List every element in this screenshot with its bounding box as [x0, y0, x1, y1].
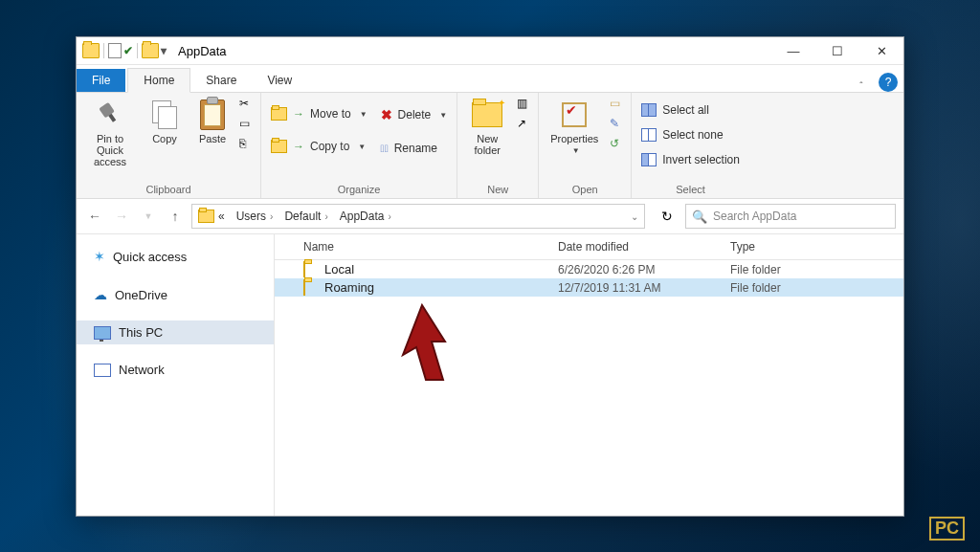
breadcrumb-appdata[interactable]: AppData›: [334, 205, 397, 228]
sidebar-quick-access[interactable]: ✶Quick access: [77, 244, 274, 269]
open-icon[interactable]: ▭: [610, 97, 625, 112]
folder-icon: [303, 279, 305, 296]
folder-icon: [271, 107, 287, 121]
delete-button[interactable]: ✖ Delete▼: [377, 104, 452, 125]
new-folder-button[interactable]: New folder: [463, 97, 511, 156]
ribbon-group-clipboard: Pin to Quick access Copy Paste ✂ ▭ ⎘: [77, 93, 261, 198]
search-icon: 🔍: [692, 210, 707, 224]
edit-icon[interactable]: ✎: [610, 117, 625, 132]
address-bar-row: ← → ▼ ↑ « Users› Default› AppData› ⌄ ↻ 🔍…: [77, 199, 903, 234]
arrow-icon: →: [293, 107, 304, 121]
sidebar-this-pc[interactable]: This PC: [77, 320, 274, 344]
up-button[interactable]: ↑: [165, 206, 186, 227]
folder-icon: [271, 140, 287, 153]
paste-shortcut-icon[interactable]: ⎘: [239, 137, 255, 152]
select-none-button[interactable]: Select none: [637, 125, 744, 144]
paste-icon: [200, 99, 225, 130]
select-none-icon: [641, 128, 657, 142]
monitor-icon: [94, 326, 111, 340]
new-item-icon[interactable]: ▥: [517, 97, 532, 112]
address-bar[interactable]: « Users› Default› AppData› ⌄: [191, 204, 645, 229]
col-name[interactable]: Name: [303, 240, 558, 254]
cloud-icon: ☁: [94, 287, 107, 302]
sidebar-onedrive[interactable]: ☁OneDrive: [77, 282, 274, 307]
search-input[interactable]: 🔍 Search AppData: [685, 204, 896, 229]
recent-locations-button[interactable]: ▼: [138, 206, 159, 227]
nav-pane[interactable]: ✶Quick access ☁OneDrive This PC Network: [77, 234, 275, 516]
document-icon[interactable]: [108, 43, 122, 58]
properties-button[interactable]: Properties ▼: [545, 97, 604, 155]
col-type[interactable]: Type: [730, 240, 903, 254]
ribbon-group-select: Select all Select none Invert selection …: [632, 93, 749, 198]
cursor-overlay: [397, 303, 455, 389]
breadcrumb-default[interactable]: Default›: [278, 205, 333, 228]
sidebar-network[interactable]: Network: [77, 358, 274, 382]
move-to-button[interactable]: → Move to▼: [267, 104, 371, 123]
select-all-button[interactable]: Select all: [637, 100, 744, 120]
window-controls: — ☐ ✕: [771, 37, 903, 64]
rename-button[interactable]: ▭ͣ Rename: [377, 139, 452, 158]
properties-icon: [562, 102, 587, 127]
chevron-down-icon: ▼: [358, 143, 366, 151]
folder-icon: [303, 261, 305, 277]
ribbon-group-open: Properties ▼ ▭ ✎ ↺ Open: [539, 93, 632, 198]
tab-share[interactable]: Share: [190, 69, 252, 92]
ribbon-tabs: File Home Share View ˆ ?: [77, 65, 903, 93]
window-title: AppData: [172, 44, 771, 58]
chevron-down-icon: ⌄: [631, 211, 638, 222]
copy-icon: [152, 100, 177, 129]
close-button[interactable]: ✕: [859, 37, 903, 64]
file-list[interactable]: Name Date modified Type Local 6/26/2020 …: [275, 234, 903, 516]
column-headers[interactable]: Name Date modified Type: [275, 234, 903, 260]
pin-icon: [94, 99, 125, 130]
ribbon-group-organize: → Move to▼ → Copy to▼ ✖ Delete▼: [261, 93, 457, 198]
delete-icon: ✖: [381, 107, 392, 122]
pin-to-quick-access-button[interactable]: Pin to Quick access: [82, 97, 138, 167]
back-button[interactable]: ←: [84, 206, 105, 227]
invert-selection-icon: [641, 153, 657, 166]
tab-home[interactable]: Home: [127, 68, 190, 93]
network-icon: [94, 364, 111, 377]
copy-to-button[interactable]: → Copy to▼: [267, 137, 371, 156]
separator: [103, 43, 104, 58]
file-row[interactable]: Local 6/26/2020 6:26 PM File folder: [275, 260, 903, 278]
body: ✶Quick access ☁OneDrive This PC Network …: [77, 234, 903, 516]
file-row-selected[interactable]: Roaming 12/7/2019 11:31 AM File folder: [275, 278, 903, 297]
tab-file[interactable]: File: [77, 69, 125, 92]
tab-view[interactable]: View: [252, 69, 307, 92]
invert-selection-button[interactable]: Invert selection: [637, 150, 744, 169]
separator: [137, 43, 138, 58]
chevron-down-icon: ▼: [439, 111, 447, 120]
quick-access-toolbar: ✔ ▾: [77, 43, 172, 58]
folder-icon: [198, 210, 214, 223]
new-folder-icon: [472, 102, 502, 127]
minimize-button[interactable]: —: [771, 37, 815, 64]
maximize-button[interactable]: ☐: [815, 37, 859, 64]
titlebar: ✔ ▾ AppData — ☐ ✕: [77, 37, 903, 65]
folder-icon: [82, 43, 100, 58]
chevron-right-icon: ›: [270, 211, 273, 222]
address-dropdown[interactable]: ⌄: [625, 205, 644, 228]
star-icon: ✶: [94, 249, 105, 264]
copy-path-icon[interactable]: ▭: [239, 117, 255, 132]
check-icon[interactable]: ✔: [123, 44, 133, 57]
easy-access-icon[interactable]: ↗: [517, 117, 532, 132]
watermark: PC: [925, 517, 969, 541]
ribbon-group-new: New folder ▥ ↗ New: [457, 93, 539, 198]
cut-icon[interactable]: ✂: [239, 97, 255, 112]
collapse-ribbon-button[interactable]: ˆ: [850, 81, 873, 92]
ribbon: Pin to Quick access Copy Paste ✂ ▭ ⎘: [77, 93, 903, 199]
rename-icon: ▭ͣ: [381, 143, 389, 154]
col-date[interactable]: Date modified: [558, 240, 730, 254]
overflow-icon[interactable]: ▾: [161, 44, 167, 57]
copy-button[interactable]: Copy: [144, 97, 186, 144]
folder-icon[interactable]: [142, 43, 159, 58]
forward-button[interactable]: →: [111, 206, 132, 227]
chevron-right-icon: ›: [324, 211, 327, 222]
help-button[interactable]: ?: [879, 73, 898, 92]
paste-button[interactable]: Paste: [191, 97, 234, 144]
chevron-right-icon: ›: [388, 211, 390, 222]
history-icon[interactable]: ↺: [610, 137, 625, 152]
breadcrumb-users[interactable]: Users›: [231, 205, 279, 228]
refresh-button[interactable]: ↻: [655, 205, 679, 228]
